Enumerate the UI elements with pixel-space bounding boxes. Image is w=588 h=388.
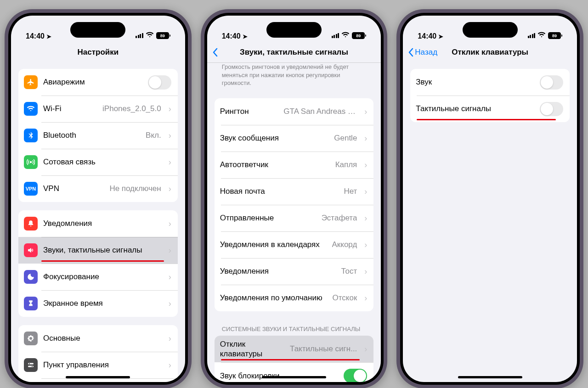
row-label: Звук xyxy=(416,77,534,87)
battery-icon: 89 xyxy=(548,32,562,39)
settings-row[interactable]: ОтправленныеЭстафета› xyxy=(215,205,374,231)
chevron-right-icon: › xyxy=(169,131,171,140)
settings-row[interactable]: Звук сообщенияGentle› xyxy=(215,125,374,152)
row-label: VPN xyxy=(43,184,104,193)
settings-row[interactable]: Основные› xyxy=(18,325,178,352)
gear-icon xyxy=(24,332,38,345)
location-icon: ➤ xyxy=(46,33,51,40)
row-value: Нет xyxy=(344,187,357,196)
row-value: iPhones_2.0_5.0 xyxy=(102,104,161,113)
dynamic-island xyxy=(463,22,518,38)
svg-rect-2 xyxy=(28,366,34,367)
highlight-underline xyxy=(41,260,164,262)
location-icon: ➤ xyxy=(438,33,443,40)
svg-point-3 xyxy=(29,363,30,364)
phone-keyboard-feedback: 14:40➤ 89 Назад Отклик клавиатуры ЗвукТа… xyxy=(396,9,583,388)
svg-point-0 xyxy=(30,162,32,163)
row-label: Отправленные xyxy=(220,213,316,223)
settings-row[interactable]: Экранное время› xyxy=(18,290,178,317)
row-label: Тактильные сигналы xyxy=(416,104,534,113)
settings-row[interactable]: Пункт управления› xyxy=(18,352,178,378)
settings-row[interactable]: VPNVPNНе подключен› xyxy=(18,175,178,202)
back-button[interactable]: Назад xyxy=(407,48,437,57)
chevron-right-icon: › xyxy=(364,267,367,276)
chevron-right-icon: › xyxy=(169,299,171,308)
chevron-right-icon: › xyxy=(364,161,367,169)
settings-row[interactable]: Уведомления в календаряхАккорд› xyxy=(215,231,374,258)
toggle[interactable] xyxy=(344,369,367,382)
chevron-right-icon: › xyxy=(169,158,171,166)
settings-row[interactable]: Отклик клавиатурыТактильные сигн...› xyxy=(215,336,374,362)
chevron-right-icon: › xyxy=(364,345,367,353)
settings-row[interactable]: УведомленияТост› xyxy=(215,258,374,285)
chevron-right-icon: › xyxy=(364,187,367,196)
wifi-icon xyxy=(146,31,154,40)
settings-list[interactable]: АвиарежимWi-FiiPhones_2.0_5.0›BluetoothВ… xyxy=(11,62,185,382)
chevron-right-icon: › xyxy=(169,361,171,369)
settings-row[interactable]: АвтоответчикКапля› xyxy=(215,152,374,178)
row-label: Авиарежим xyxy=(43,77,142,87)
svg-rect-1 xyxy=(28,363,34,365)
settings-row[interactable]: Тактильные сигналы xyxy=(410,96,570,122)
svg-point-4 xyxy=(32,366,33,367)
row-label: Новая почта xyxy=(220,186,339,196)
settings-row[interactable]: Уведомления› xyxy=(18,210,178,237)
signal-icon xyxy=(528,33,536,38)
vpn-icon: VPN xyxy=(24,182,38,196)
row-value: Тост xyxy=(341,267,357,276)
row-label: Уведомления xyxy=(220,266,336,276)
chevron-right-icon: › xyxy=(364,214,367,222)
wifi-icon xyxy=(341,31,350,40)
sounds-list[interactable]: Громкость рингтонов и уведомлений не буд… xyxy=(207,63,381,382)
home-indicator[interactable] xyxy=(458,376,522,378)
settings-row[interactable]: Фокусирование› xyxy=(18,264,178,290)
chevron-right-icon: › xyxy=(169,105,171,113)
toggle[interactable] xyxy=(540,102,563,116)
page-title: Отклик клавиатуры xyxy=(452,48,528,57)
row-label: Wi-Fi xyxy=(43,104,97,113)
status-time: 14:40 xyxy=(222,32,241,40)
battery-icon: 89 xyxy=(156,32,170,39)
hourglass-icon xyxy=(24,297,38,310)
highlight-underline xyxy=(417,119,556,120)
toggle[interactable] xyxy=(540,75,563,90)
chevron-right-icon: › xyxy=(169,185,171,193)
row-value: Вкл. xyxy=(146,131,161,140)
settings-row[interactable]: Звук блокировки xyxy=(215,362,374,382)
settings-row[interactable]: Новая почтаНет› xyxy=(215,178,374,205)
row-label: Уведомления в календарях xyxy=(220,240,327,249)
moon-icon xyxy=(24,270,38,284)
settings-row[interactable]: BluetoothВкл.› xyxy=(18,122,178,149)
chevron-right-icon: › xyxy=(364,107,367,116)
settings-row[interactable]: Уведомления по умолчаниюОтскок› xyxy=(215,285,374,311)
chevron-right-icon: › xyxy=(169,334,171,343)
settings-row[interactable]: Wi-FiiPhones_2.0_5.0› xyxy=(18,96,178,122)
signal-icon xyxy=(136,33,143,38)
settings-row[interactable]: Сотовая связь› xyxy=(18,149,178,175)
settings-row[interactable]: Звук xyxy=(410,69,570,96)
settings-row[interactable]: Кнопка действия› xyxy=(18,378,178,382)
settings-row[interactable]: Авиарежим xyxy=(18,69,178,96)
bell-icon xyxy=(24,217,38,231)
toggle[interactable] xyxy=(148,75,171,90)
row-label: Звук сообщения xyxy=(220,133,329,143)
home-indicator[interactable] xyxy=(66,376,130,378)
row-value: Gentle xyxy=(334,134,357,143)
dynamic-island xyxy=(70,22,125,38)
airplane-icon xyxy=(24,75,38,89)
home-indicator[interactable] xyxy=(262,376,326,378)
settings-row[interactable]: РингтонGTA San Andreas 5 V› xyxy=(215,98,374,125)
status-time: 14:40 xyxy=(26,32,45,40)
row-label: Звуки, тактильные сигналы xyxy=(43,245,163,255)
status-time: 14:40 xyxy=(418,32,436,40)
row-label: Фокусирование xyxy=(43,272,163,281)
back-button[interactable] xyxy=(212,48,218,57)
phone-sounds: 14:40➤ 89 Звуки, тактильные сигналы Гром… xyxy=(201,9,388,388)
chevron-right-icon: › xyxy=(364,134,367,142)
settings-row[interactable]: Звуки, тактильные сигналы› xyxy=(18,237,178,264)
row-value: Капля xyxy=(335,160,357,169)
antenna-icon xyxy=(24,155,38,169)
highlight-underline xyxy=(221,359,360,360)
nav-bar: Настройки xyxy=(11,42,185,62)
keyboard-feedback-list[interactable]: ЗвукТактильные сигналы xyxy=(403,62,577,382)
